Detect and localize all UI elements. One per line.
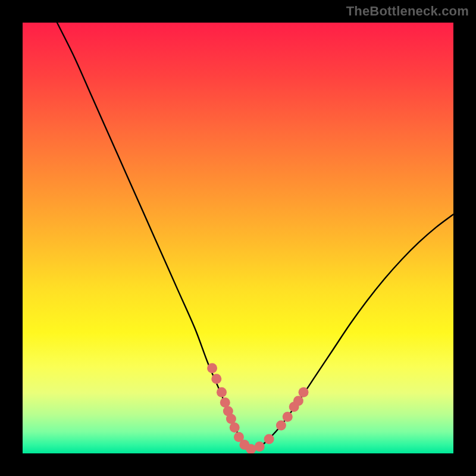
scatter-point	[226, 414, 236, 424]
scatter-point	[283, 412, 293, 422]
scatter-point	[220, 397, 230, 408]
scatter-point	[217, 387, 227, 397]
attribution-label: TheBottleneck.com	[346, 4, 469, 19]
scatter-point	[276, 420, 286, 430]
scatter-point	[230, 422, 240, 433]
scatter-point	[299, 387, 309, 397]
scatter-point	[264, 434, 274, 444]
scatter-point	[211, 374, 221, 384]
chart-frame: TheBottleneck.com	[0, 0, 476, 476]
scatter-point	[207, 363, 217, 373]
line-series-right	[251, 214, 453, 451]
scatter-point	[255, 441, 265, 452]
line-series-left	[57, 23, 251, 451]
scatter-point	[293, 396, 303, 406]
chart-svg	[23, 23, 453, 453]
scatter-series	[207, 363, 308, 453]
